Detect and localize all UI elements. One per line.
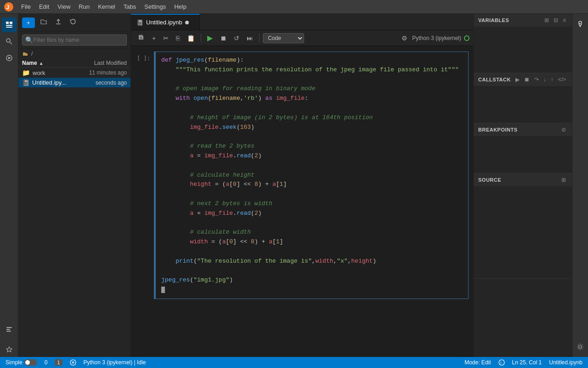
source-section: SOURCE ⊞	[474, 173, 572, 279]
paste-button[interactable]: 📋	[184, 33, 198, 43]
run-button[interactable]: ▶	[204, 32, 215, 44]
source-header: SOURCE ⊞	[474, 173, 572, 186]
breakpoints-clear-btn[interactable]: ⊘	[560, 126, 567, 133]
variables-menu-btn[interactable]: ≡	[561, 17, 567, 24]
callstack-continue-btn[interactable]: ▶	[514, 76, 521, 83]
status-badge: 1	[55, 359, 62, 366]
callstack-section: CALLSTACK ▶ ⏹ ↷ ↓ ↑ </>	[474, 73, 572, 123]
breakpoints-title: BREAKPOINTS	[478, 127, 518, 132]
cell-type-select[interactable]: Code Markdown Raw	[263, 33, 304, 43]
cell-execution-count: [ ]:	[137, 55, 150, 62]
name-header[interactable]: Name	[22, 60, 37, 66]
source-icons: ⊞	[560, 176, 567, 184]
svg-point-6	[6, 39, 10, 42]
svg-rect-12	[6, 331, 11, 332]
breakpoints-section: BREAKPOINTS ⊘	[474, 123, 572, 173]
breadcrumb-path: /	[31, 51, 33, 57]
status-kernel[interactable]: Python 3 (ipykernel) | Idle	[84, 359, 146, 366]
menu-help[interactable]: Help	[170, 2, 190, 12]
sort-indicator: ▲	[39, 61, 44, 66]
variables-section: VARIABLES ⊞ ⊟ ≡	[474, 14, 572, 73]
file-row-notebook[interactable]: 📓 Untitled.ipy... seconds ago	[18, 78, 130, 87]
sidebar-icon-commands[interactable]	[2, 322, 17, 337]
sidebar-icon-extensions[interactable]	[2, 342, 17, 357]
copy-button[interactable]: ⎘	[173, 33, 182, 43]
breakpoints-body	[474, 136, 572, 173]
cell-body[interactable]: def jpeg_res(filename): """This function…	[154, 52, 469, 299]
notebook-tabs: 📓 Untitled.ipynb	[131, 14, 473, 30]
modified-header[interactable]: Last Modified	[67, 60, 127, 66]
right-icon-settings[interactable]	[574, 340, 587, 353]
menu-settings[interactable]: Settings	[141, 2, 170, 12]
svg-rect-5	[10, 22, 12, 24]
callstack-icons: ▶ ⏹ ↷ ↓ ↑ </>	[514, 76, 567, 83]
notebook-toolbar: + ✂ ⎘ 📋 ▶ ⏹ ↺ ⏭ Code Markdown Raw ⚙ Pyth…	[131, 30, 473, 46]
svg-rect-4	[6, 27, 12, 28]
tab-modified-indicator	[185, 21, 189, 24]
kernel-indicator	[464, 35, 469, 41]
menu-edit[interactable]: Edit	[35, 2, 53, 12]
svg-text:!: !	[500, 361, 502, 365]
menu-tabs[interactable]: Tabs	[120, 2, 140, 12]
kernel-name: Python 3 (ipykernel)	[412, 35, 461, 41]
open-folder-button[interactable]	[38, 17, 50, 29]
menu-kernel[interactable]: Kernel	[94, 2, 119, 12]
right-icon-debugger[interactable]	[574, 17, 587, 30]
save-button[interactable]	[135, 32, 147, 44]
breakpoints-icons: ⊘	[560, 126, 567, 133]
sidebar-icon-running[interactable]	[2, 51, 17, 65]
toolbar-separator-2	[259, 34, 260, 43]
menu-run[interactable]: Run	[75, 2, 93, 12]
variables-table-btn[interactable]: ⊟	[552, 17, 560, 24]
file-row-work[interactable]: 📁 work 11 minutes ago	[18, 68, 130, 78]
breakpoints-header: BREAKPOINTS ⊘	[474, 123, 572, 136]
svg-point-13	[579, 21, 582, 24]
status-simple: Simple	[6, 359, 37, 366]
refresh-button[interactable]	[67, 17, 79, 29]
restart-run-button[interactable]: ⏭	[244, 33, 256, 43]
stop-button[interactable]: ⏹	[217, 33, 229, 43]
status-cursor: Ln 25, Col 1	[512, 359, 542, 366]
callstack-step-out-btn[interactable]: ↑	[549, 76, 555, 83]
file-modified-work: 11 minutes ago	[67, 69, 127, 76]
menu-view[interactable]: View	[54, 2, 74, 12]
callstack-step-over-btn[interactable]: ↷	[533, 76, 540, 83]
cut-button[interactable]: ✂	[160, 33, 171, 43]
upload-button[interactable]	[52, 17, 64, 29]
tab-label: Untitled.ipynb	[146, 19, 182, 26]
callstack-evaluate-btn[interactable]: </>	[557, 76, 567, 83]
status-badge-label: 1	[55, 359, 62, 366]
folder-icon: 📁	[22, 69, 30, 76]
svg-line-7	[10, 42, 12, 45]
source-icon-btn[interactable]: ⊞	[560, 176, 567, 184]
simple-toggle[interactable]	[24, 359, 37, 366]
svg-rect-11	[6, 329, 10, 330]
add-cell-button[interactable]: +	[149, 33, 158, 43]
kernel-settings-button[interactable]: ⚙	[399, 33, 410, 43]
callstack-step-in-btn[interactable]: ↓	[542, 76, 548, 83]
right-panel-content: VARIABLES ⊞ ⊟ ≡ CALLSTACK ▶ ⏹ ↷	[474, 14, 572, 357]
file-list-headers: Name ▲ Last Modified	[18, 59, 130, 68]
search-icon: 🔍	[25, 36, 33, 44]
status-right: Mode: Edit ! Ln 25, Col 1 Untitled.ipynb	[464, 359, 582, 366]
file-modified-notebook: seconds ago	[67, 80, 127, 86]
toolbar-right: ⚙ Python 3 (ipykernel)	[399, 33, 469, 43]
variables-expand-btn[interactable]: ⊞	[543, 17, 550, 24]
svg-point-18	[499, 360, 504, 365]
svg-rect-10	[6, 327, 12, 328]
status-breadcrumb-icon	[70, 359, 76, 366]
sidebar-icon-files[interactable]	[2, 17, 17, 32]
svg-rect-2	[6, 22, 9, 24]
sidebar-icon-search[interactable]	[2, 34, 17, 49]
new-file-button[interactable]: +	[22, 17, 35, 28]
notebook-cell-1[interactable]: [ ]: def jpeg_res(filename): """This fun…	[131, 52, 473, 299]
callstack-stop-btn[interactable]: ⏹	[523, 76, 531, 83]
sidebar-icon-strip	[0, 14, 18, 357]
file-list: 📁 work 11 minutes ago 📓 Untitled.ipy... …	[18, 68, 130, 357]
variables-icons: ⊞ ⊟ ≡	[543, 17, 567, 24]
menu-file[interactable]: File	[17, 2, 34, 12]
status-num1: 0	[45, 359, 48, 366]
notebook-tab-untitled[interactable]: 📓 Untitled.ipynb	[131, 14, 200, 30]
restart-button[interactable]: ↺	[231, 33, 242, 43]
search-input[interactable]	[33, 37, 124, 43]
